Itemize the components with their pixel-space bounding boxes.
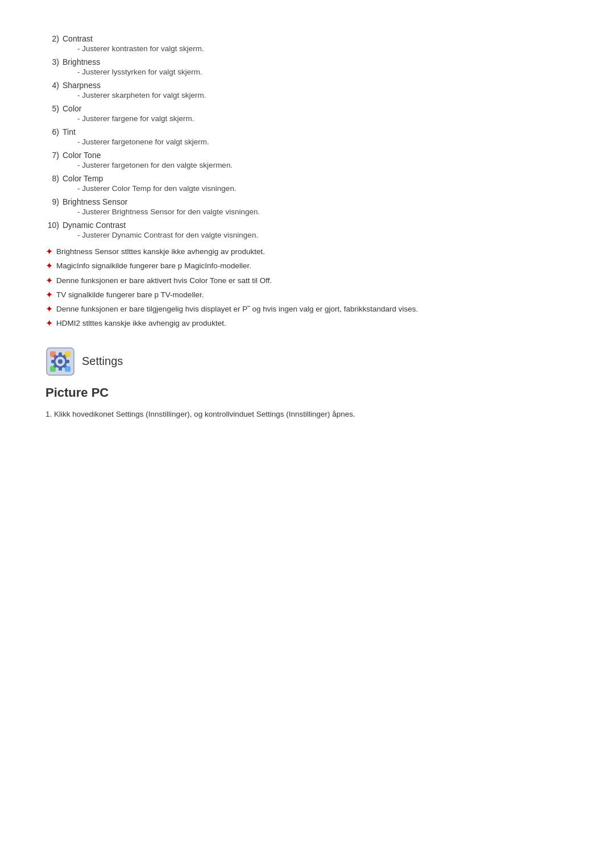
note-item: ✦ Denne funksjonen er bare tilgjengelig …: [45, 304, 569, 315]
svg-rect-3: [59, 352, 62, 356]
item-title: Brightness Sensor: [63, 197, 127, 206]
settings-header: Settings: [45, 347, 569, 376]
item-number: 7): [45, 151, 59, 160]
numbered-item: 3) Brightness - Justerer lysstyrken for …: [45, 57, 569, 76]
item-title: Color: [63, 104, 81, 113]
note-text: Denne funksjonen er bare tilgjengelig hv…: [56, 304, 569, 315]
settings-section: Settings Picture PC 1. Klikk hovedikonet…: [45, 347, 569, 421]
note-item: ✦ Denne funksjonen er bare aktivert hvis…: [45, 275, 569, 286]
svg-point-2: [58, 359, 63, 364]
item-title: Contrast: [63, 34, 93, 43]
step-1-text: 1. Klikk hovedikonet Settings (Innstilli…: [45, 408, 569, 421]
svg-rect-4: [59, 367, 62, 371]
settings-title: Settings: [82, 355, 123, 368]
numbered-item: 6) Tint - Justerer fargetonene for valgt…: [45, 127, 569, 146]
note-item: ✦ MagicInfo signalkilde fungerer bare p …: [45, 260, 569, 272]
note-item: ✦ HDMI2 stlttes kanskje ikke avhengig av…: [45, 318, 569, 329]
numbered-item: 10) Dynamic Contrast - Justerer Dynamic …: [45, 221, 569, 239]
item-title: Color Temp: [63, 174, 103, 183]
item-title: Brightness: [63, 57, 100, 67]
svg-rect-12: [65, 351, 70, 357]
star-icon: ✦: [45, 246, 53, 257]
item-number: 4): [45, 81, 59, 90]
item-number: 6): [45, 127, 59, 136]
numbered-item: 7) Color Tone - Justerer fargetonen for …: [45, 151, 569, 169]
numbered-item: 8) Color Temp - Justerer Color Temp for …: [45, 174, 569, 193]
star-icon: ✦: [45, 318, 53, 329]
numbered-item: 4) Sharpness - Justerer skarpheten for v…: [45, 81, 569, 99]
numbered-item: 9) Brightness Sensor - Justerer Brightne…: [45, 197, 569, 216]
item-title: Tint: [63, 127, 76, 136]
item-desc: - Justerer Color Temp for den valgte vis…: [77, 184, 569, 193]
picture-pc-title: Picture PC: [45, 385, 569, 400]
svg-rect-6: [65, 360, 69, 363]
svg-rect-5: [51, 360, 55, 363]
item-desc: - Justerer Dynamic Contrast for den valg…: [77, 231, 569, 239]
item-desc: - Justerer Brightness Sensor for den val…: [77, 207, 569, 216]
note-text: Brightness Sensor stlttes kanskje ikke a…: [56, 246, 569, 258]
note-text: TV signalkilde fungerer bare p TV-modell…: [56, 289, 569, 301]
note-text: Denne funksjonen er bare aktivert hvis C…: [56, 275, 569, 286]
notes-list: ✦ Brightness Sensor stlttes kanskje ikke…: [45, 246, 569, 330]
step-1: 1. Klikk hovedikonet Settings (Innstilli…: [45, 408, 569, 421]
item-number: 3): [45, 57, 59, 67]
star-icon: ✦: [45, 289, 53, 300]
item-desc: - Justerer fargetonene for valgt skjerm.: [77, 138, 569, 146]
note-item: ✦ TV signalkilde fungerer bare p TV-mode…: [45, 289, 569, 301]
item-desc: - Justerer kontrasten for valgt skjerm.: [77, 44, 569, 53]
item-desc: - Justerer fargene for valgt skjerm.: [77, 114, 569, 123]
item-title: Color Tone: [63, 151, 101, 160]
numbered-item: 2) Contrast - Justerer kontrasten for va…: [45, 34, 569, 53]
note-text: MagicInfo signalkilde fungerer bare p Ma…: [56, 260, 569, 272]
svg-rect-13: [50, 366, 56, 372]
svg-rect-11: [50, 351, 56, 357]
numbered-list: 2) Contrast - Justerer kontrasten for va…: [45, 34, 569, 239]
item-desc: - Justerer skarpheten for valgt skjerm.: [77, 91, 569, 99]
item-number: 2): [45, 34, 59, 43]
star-icon: ✦: [45, 260, 53, 271]
item-number: 10): [45, 221, 59, 230]
item-number: 9): [45, 197, 59, 206]
settings-icon: [45, 347, 75, 376]
item-desc: - Justerer fargetonen for den valgte skj…: [77, 161, 569, 169]
item-title: Dynamic Contrast: [63, 221, 126, 230]
item-desc: - Justerer lysstyrken for valgt skjerm.: [77, 68, 569, 76]
item-number: 5): [45, 104, 59, 113]
svg-rect-14: [65, 366, 70, 372]
note-text: HDMI2 stlttes kanskje ikke avhengig av p…: [56, 318, 569, 329]
item-number: 8): [45, 174, 59, 183]
item-title: Sharpness: [63, 81, 101, 90]
note-item: ✦ Brightness Sensor stlttes kanskje ikke…: [45, 246, 569, 258]
star-icon: ✦: [45, 304, 53, 314]
numbered-item: 5) Color - Justerer fargene for valgt sk…: [45, 104, 569, 123]
star-icon: ✦: [45, 275, 53, 286]
